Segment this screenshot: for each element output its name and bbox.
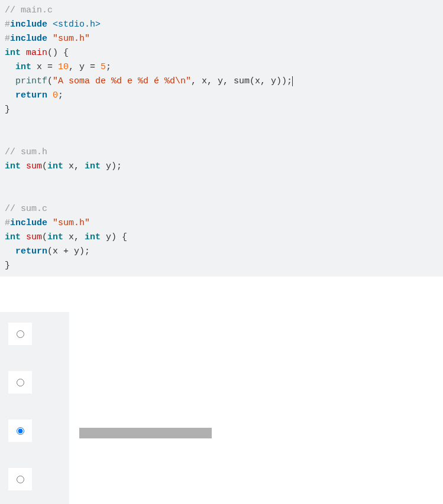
option-d[interactable] xyxy=(8,468,69,490)
options-group xyxy=(0,312,69,504)
radio-wrap xyxy=(8,420,32,442)
code-comment: // main.c xyxy=(5,5,53,15)
code-comment: // sum.h xyxy=(5,147,47,157)
radio-d[interactable] xyxy=(17,476,24,483)
option-c[interactable] xyxy=(8,420,69,442)
code-comment: // sum.c xyxy=(5,204,47,214)
radio-a[interactable] xyxy=(17,330,24,338)
code-block: // main.c #include <stdio.h> #include "s… xyxy=(0,0,443,277)
radio-c[interactable] xyxy=(17,427,24,435)
radio-wrap xyxy=(8,371,32,394)
radio-b[interactable] xyxy=(17,379,24,386)
option-label-placeholder xyxy=(79,428,212,438)
option-b[interactable] xyxy=(8,371,69,394)
radio-wrap xyxy=(8,323,32,345)
radio-wrap xyxy=(8,468,32,490)
option-a[interactable] xyxy=(8,323,69,345)
